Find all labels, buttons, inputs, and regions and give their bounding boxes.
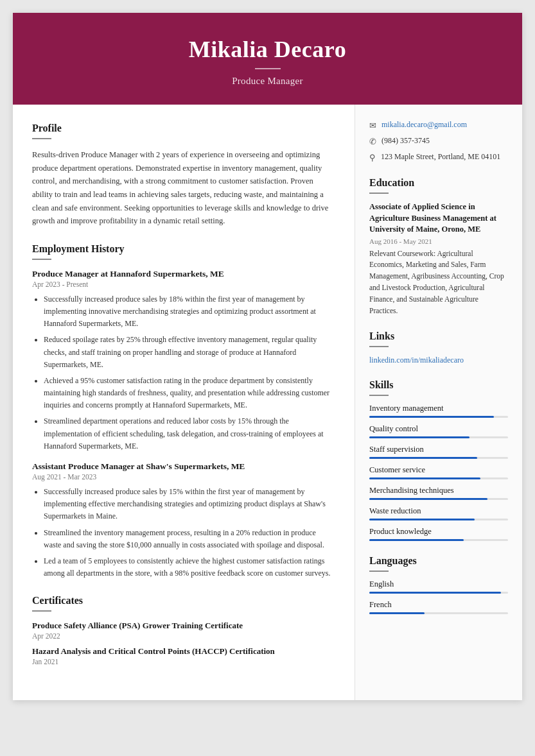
header: Mikalia Decaro Produce Manager	[13, 13, 522, 105]
skill-item: Staff supervision	[369, 445, 508, 459]
skill-item: Product knowledge	[369, 527, 508, 541]
skill-name: Staff supervision	[369, 445, 508, 454]
profile-title: Profile	[32, 123, 335, 134]
languages-section: Languages English French	[369, 555, 508, 614]
language-item: English	[369, 580, 508, 594]
phone-icon: ✆	[369, 137, 376, 147]
list-item: Achieved a 95% customer satisfaction rat…	[44, 375, 335, 412]
language-name: English	[369, 580, 508, 589]
contact-phone: ✆ (984) 357-3745	[369, 136, 508, 147]
address-text: 123 Maple Street, Portland, ME 04101	[381, 152, 500, 162]
profile-divider	[32, 138, 51, 139]
links-title: Links	[369, 331, 508, 342]
skill-bar-fill	[369, 457, 477, 459]
edu-coursework: Relevant Coursework: Agricultural Econom…	[369, 248, 508, 317]
skill-bar-bg	[369, 477, 508, 479]
skill-bar-bg	[369, 519, 508, 520]
certificates-divider	[32, 610, 51, 612]
cert-2-title: Hazard Analysis and Critical Control Poi…	[32, 646, 335, 657]
job-1-title: Produce Manager at Hannaford Supermarket…	[32, 269, 335, 279]
list-item: Led a team of 5 employees to consistentl…	[44, 555, 335, 580]
language-bar-bg	[369, 592, 508, 594]
languages-title: Languages	[369, 555, 508, 567]
skill-bar-bg	[369, 436, 508, 438]
skill-item: Merchandising techniques	[369, 486, 508, 500]
job-1-dates: Apr 2023 - Present	[32, 280, 335, 288]
right-column: ✉ mikalia.decaro@gmail.com ✆ (984) 357-3…	[355, 105, 522, 700]
skill-bar-fill	[369, 477, 480, 479]
skill-name: Merchandising techniques	[369, 486, 508, 495]
skill-bar-bg	[369, 416, 508, 418]
education-section: Education Associate of Applied Science i…	[369, 177, 508, 316]
job-2-title: Assistant Produce Manager at Shaw's Supe…	[32, 461, 335, 472]
skills-divider	[369, 395, 389, 396]
languages-divider	[369, 571, 389, 572]
skill-name: Product knowledge	[369, 527, 508, 537]
skill-bar-fill	[369, 436, 469, 438]
language-name: French	[369, 600, 508, 610]
cert-2-date: Jan 2021	[32, 658, 335, 666]
education-title: Education	[369, 177, 508, 189]
skills-section: Skills Inventory management Quality cont…	[369, 379, 508, 541]
skills-list: Inventory management Quality control Sta…	[369, 404, 508, 541]
employment-title: Employment History	[32, 243, 335, 255]
skill-item: Waste reduction	[369, 506, 508, 520]
skill-item: Quality control	[369, 424, 508, 438]
body: Profile Results-driven Produce Manager w…	[13, 105, 522, 700]
skill-bar-fill	[369, 539, 464, 541]
job-1-bullets: Successfully increased produce sales by …	[32, 293, 335, 452]
cert-1-date: Apr 2022	[32, 632, 335, 640]
job-2-dates: Aug 2021 - Mar 2023	[32, 473, 335, 481]
skill-name: Inventory management	[369, 404, 508, 413]
resume-container: Mikalia Decaro Produce Manager Profile R…	[13, 13, 522, 700]
skill-bar-bg	[369, 457, 508, 459]
language-bar-fill	[369, 612, 425, 614]
skill-name: Waste reduction	[369, 506, 508, 516]
cert-1-title: Produce Safety Alliance (PSA) Grower Tra…	[32, 621, 335, 631]
phone-number: (984) 357-3745	[382, 136, 430, 146]
language-bar-bg	[369, 612, 508, 614]
education-divider	[369, 193, 389, 194]
contact-email: ✉ mikalia.decaro@gmail.com	[369, 120, 508, 131]
email-link[interactable]: mikalia.decaro@gmail.com	[382, 120, 467, 130]
language-item: French	[369, 600, 508, 614]
skill-bar-fill	[369, 498, 487, 500]
cert-2: Hazard Analysis and Critical Control Poi…	[32, 646, 335, 666]
skill-bar-fill	[369, 519, 475, 520]
employment-divider	[32, 259, 51, 260]
candidate-name: Mikalia Decaro	[39, 36, 496, 63]
skill-item: Customer service	[369, 465, 508, 479]
certificates-title: Certificates	[32, 595, 335, 606]
skill-bar-fill	[369, 416, 494, 418]
contact-address: ⚲ 123 Maple Street, Portland, ME 04101	[369, 152, 508, 163]
left-column: Profile Results-driven Produce Manager w…	[13, 105, 355, 700]
location-icon: ⚲	[369, 153, 376, 163]
skill-bar-bg	[369, 539, 508, 541]
edu-degree: Associate of Applied Science in Agricult…	[369, 202, 508, 236]
edu-dates: Aug 2016 - May 2021	[369, 237, 508, 245]
job-2: Assistant Produce Manager at Shaw's Supe…	[32, 461, 335, 580]
candidate-title: Produce Manager	[39, 76, 496, 87]
employment-section: Employment History Produce Manager at Ha…	[32, 243, 335, 580]
profile-text: Results-driven Produce Manager with 2 ye…	[32, 148, 335, 228]
contact-section: ✉ mikalia.decaro@gmail.com ✆ (984) 357-3…	[369, 120, 508, 163]
skill-name: Quality control	[369, 424, 508, 434]
skills-title: Skills	[369, 379, 508, 391]
job-2-bullets: Successfully increased produce sales by …	[32, 486, 335, 580]
list-item: Streamlined department operations and re…	[44, 415, 335, 452]
cert-1: Produce Safety Alliance (PSA) Grower Tra…	[32, 621, 335, 640]
languages-list: English French	[369, 580, 508, 614]
email-icon: ✉	[369, 121, 376, 131]
job-1: Produce Manager at Hannaford Supermarket…	[32, 269, 335, 452]
header-divider	[255, 68, 281, 69]
skill-name: Customer service	[369, 465, 508, 475]
language-bar-fill	[369, 592, 501, 594]
links-section: Links linkedin.com/in/mikaliadecaro	[369, 331, 508, 365]
list-item: Streamlined the inventory management pro…	[44, 527, 335, 551]
skill-item: Inventory management	[369, 404, 508, 418]
links-divider	[369, 346, 389, 347]
linkedin-link[interactable]: linkedin.com/in/mikaliadecaro	[369, 356, 464, 365]
certificates-section: Certificates Produce Safety Alliance (PS…	[32, 595, 335, 666]
list-item: Reduced spoilage rates by 25% through ef…	[44, 334, 335, 371]
skill-bar-bg	[369, 498, 508, 500]
